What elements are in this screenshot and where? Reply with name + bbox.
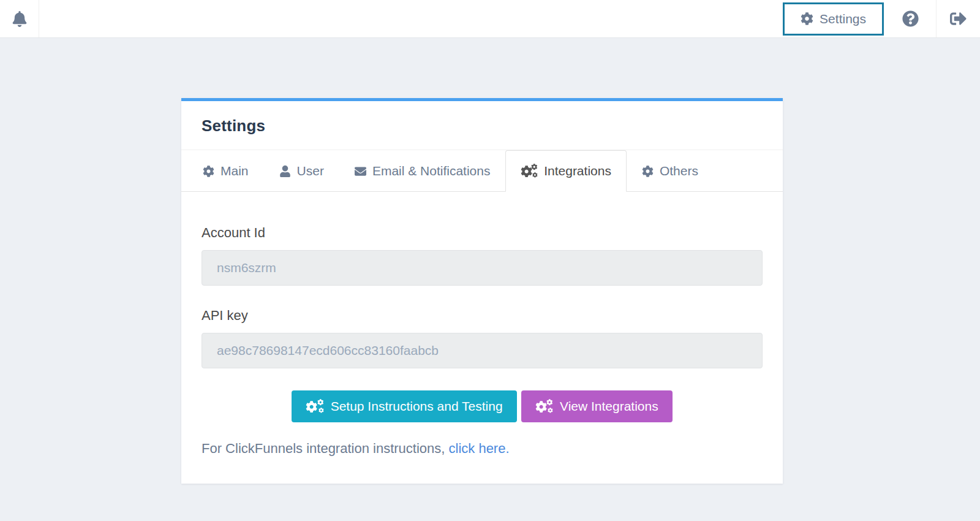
- tab-user[interactable]: User: [264, 150, 339, 192]
- gears-icon: [306, 400, 323, 413]
- setup-instructions-button[interactable]: Setup Instructions and Testing: [292, 390, 516, 422]
- user-icon: [279, 165, 291, 177]
- view-integrations-button[interactable]: View Integrations: [521, 390, 673, 422]
- note-text: For ClickFunnels integration instruction…: [202, 441, 445, 456]
- help-button[interactable]: [902, 10, 919, 27]
- tab-others[interactable]: Others: [627, 150, 714, 192]
- gear-icon: [203, 165, 214, 177]
- gear-icon: [642, 165, 654, 177]
- tab-integrations[interactable]: Integrations: [505, 150, 626, 192]
- settings-tabs: Main User Email & Notifications Integrat…: [181, 150, 783, 192]
- tab-label: Others: [660, 164, 698, 178]
- tab-email-notifications[interactable]: Email & Notifications: [339, 150, 506, 192]
- topbar-divider: [936, 0, 937, 37]
- tab-main[interactable]: Main: [187, 150, 264, 192]
- api-key-field-group: API key: [202, 308, 763, 368]
- gear-icon: [801, 12, 813, 25]
- api-key-input[interactable]: [202, 333, 763, 368]
- tab-label: Integrations: [544, 164, 611, 178]
- tab-label: Email & Notifications: [372, 164, 491, 178]
- tab-label: User: [297, 164, 324, 178]
- settings-button-label: Settings: [820, 12, 866, 26]
- question-circle-icon: [902, 10, 919, 27]
- gears-icon: [521, 164, 538, 177]
- sign-out-icon: [950, 10, 967, 27]
- settings-button[interactable]: Settings: [783, 2, 884, 36]
- card-header: Settings: [181, 101, 783, 150]
- envelope-icon: [355, 165, 366, 177]
- settings-card: Settings Main User Email & Notifications: [181, 98, 783, 484]
- notifications-button[interactable]: [0, 0, 39, 37]
- account-id-input[interactable]: [202, 250, 763, 286]
- page-title: Settings: [202, 116, 763, 135]
- integrations-panel: Account Id API key Setup Instructions an…: [181, 192, 783, 484]
- sign-out-button[interactable]: [950, 10, 967, 27]
- action-buttons: Setup Instructions and Testing View Inte…: [202, 390, 763, 422]
- account-id-field-group: Account Id: [202, 225, 763, 286]
- gears-icon: [535, 400, 553, 413]
- setup-instructions-label: Setup Instructions and Testing: [331, 399, 503, 414]
- click-here-link[interactable]: click here: [449, 441, 506, 456]
- account-id-label: Account Id: [202, 225, 763, 241]
- bell-icon: [12, 11, 28, 27]
- integration-instructions-note: For ClickFunnels integration instruction…: [202, 441, 763, 457]
- api-key-label: API key: [202, 308, 763, 324]
- tab-label: Main: [221, 164, 249, 178]
- topbar-actions: Settings: [783, 0, 980, 37]
- topbar: Settings: [0, 0, 980, 38]
- note-suffix: .: [505, 441, 509, 456]
- main-area: Settings Main User Email & Notifications: [0, 38, 980, 484]
- view-integrations-label: View Integrations: [560, 399, 658, 414]
